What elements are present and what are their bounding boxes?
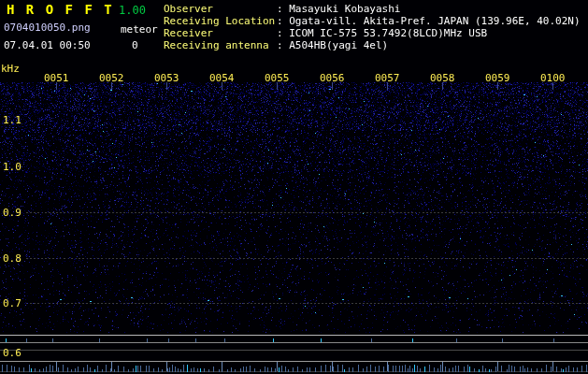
time-tick-label: 0055	[265, 72, 290, 84]
time-tick-label: 0051	[44, 72, 69, 84]
info-row-1: Receiving Location: Ogata-vill. Akita-Pr…	[164, 15, 581, 27]
frequency-tick-label: 1.0	[3, 161, 22, 173]
info-row-3: Receiving antenna: A504HB(yagi 4el)	[164, 39, 581, 51]
info-value: Masayuki Kobayashi	[289, 3, 400, 15]
time-tick-label: 0057	[375, 72, 400, 84]
frequency-tick-label: 0.7	[3, 297, 22, 309]
time-tick-label: 0052	[99, 72, 124, 84]
hrofft-window: H R O F F T 1.00 0704010050.png meteor 0…	[0, 0, 588, 374]
spectrogram-canvas	[0, 0, 588, 374]
info-label: Observer	[164, 3, 277, 15]
output-filename: 0704010050.png	[4, 22, 91, 34]
info-separator: :	[277, 39, 289, 51]
time-tick-label: 0053	[154, 72, 179, 84]
info-value: A504HB(yagi 4el)	[289, 39, 388, 51]
info-label: Receiving Location	[164, 15, 277, 27]
info-row-2: Receiver: ICOM IC-575 53.7492(8LCD)MHz U…	[164, 27, 581, 39]
frequency-unit-label: kHz	[1, 63, 20, 75]
frequency-tick-label: 0.8	[3, 252, 22, 265]
info-label: Receiver	[164, 27, 277, 39]
time-tick-label: 0054	[209, 72, 235, 84]
info-separator: :	[277, 27, 289, 39]
app-title: H R O F F T	[7, 2, 114, 17]
time-tick-label: 0056	[320, 72, 345, 84]
observation-datetime: 07.04.01 00:50	[4, 39, 91, 51]
info-value: Ogata-vill. Akita-Pref. JAPAN (139.96E, …	[289, 15, 580, 27]
time-tick-label: 0100	[540, 72, 566, 84]
time-tick-label: 0058	[430, 72, 455, 84]
mode-label: meteor	[121, 23, 158, 36]
info-separator: :	[277, 3, 289, 15]
info-separator: :	[277, 15, 289, 27]
frequency-tick-label: 0.9	[3, 207, 22, 219]
info-label: Receiving antenna	[164, 39, 277, 51]
info-row-0: Observer: Masayuki Kobayashi	[164, 3, 581, 15]
time-tick-label: 0059	[485, 72, 510, 84]
meteor-count: 0	[132, 39, 138, 51]
app-version: 1.00	[119, 4, 146, 17]
frequency-tick-label: 0.6	[3, 347, 22, 359]
frequency-tick-label: 1.1	[3, 114, 22, 126]
info-value: ICOM IC-575 53.7492(8LCD)MHz USB	[289, 27, 487, 39]
observation-info-block: Observer: Masayuki KobayashiReceiving Lo…	[164, 3, 581, 51]
